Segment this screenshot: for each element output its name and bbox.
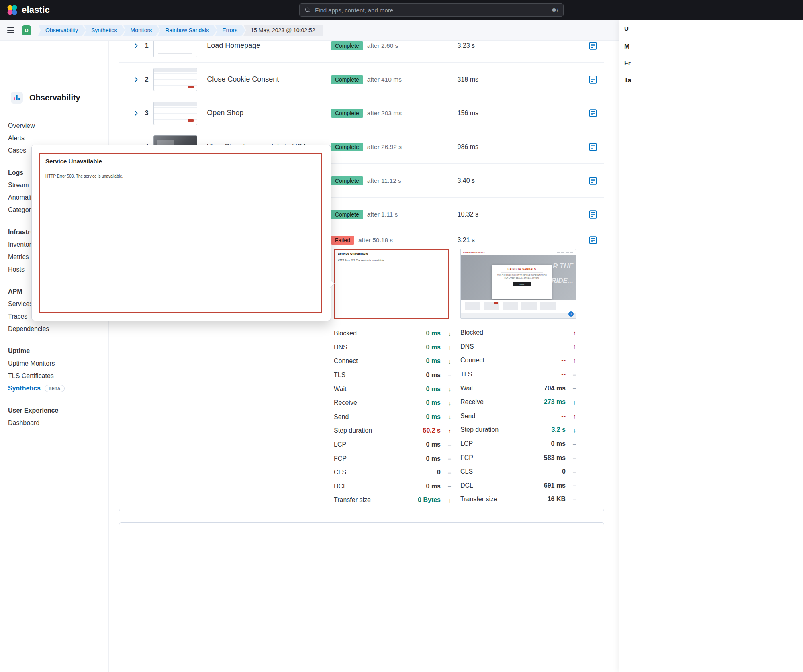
metric-label: Transfer size (460, 496, 497, 503)
elastic-logo[interactable]: elastic (6, 4, 50, 16)
step-thumbnail[interactable] (153, 68, 201, 91)
metric-value: -- (561, 343, 566, 350)
metric-value: 0 ms (426, 372, 441, 379)
breadcrumb-item[interactable]: Observability (38, 25, 86, 36)
metric-label: TLS (460, 371, 472, 378)
sidebar-item-label: Cases (8, 144, 26, 157)
site-product-strip (461, 300, 576, 313)
metric-row: CLS 0 (334, 466, 451, 480)
metric-trend-icon (441, 441, 451, 448)
metric-row: CLS 0 (460, 465, 576, 479)
step-duration: 986 ms (458, 143, 589, 151)
step-screenshot-icon[interactable] (588, 41, 597, 50)
metric-row: DNS -- (460, 340, 576, 354)
expand-chevron-icon[interactable] (133, 76, 145, 83)
status-badge: Failed (331, 236, 354, 245)
sidebar-item[interactable]: Overview (0, 119, 108, 132)
popover-title: Service Unavailable (45, 158, 315, 165)
site-product-card (521, 302, 537, 310)
breadcrumb-item[interactable]: Rainbow Sandals (158, 25, 217, 36)
step-screenshot-icon[interactable] (588, 210, 597, 219)
metric-trend-icon (441, 413, 451, 420)
sidebar-item[interactable]: Dashboard (0, 417, 108, 429)
sidebar-item[interactable]: Alerts (0, 132, 108, 144)
step-thumbnail-image (153, 68, 197, 91)
sidebar-item-label: Dashboard (8, 417, 39, 429)
metric-label: Connect (334, 357, 358, 365)
step-thumbnail-image (153, 102, 197, 125)
menu-icon[interactable] (7, 27, 14, 33)
site-footer (461, 313, 576, 318)
search-input[interactable] (314, 6, 548, 14)
sidebar-item[interactable]: Uptime (0, 345, 108, 357)
step-status-group: Complete after 11.12 s (331, 176, 458, 185)
breadcrumb-item[interactable]: Synthetics (84, 25, 125, 36)
site-newsletter-modal: RAINBOW SANDALS JOIN OUR EMAILING LIST T… (492, 265, 552, 299)
metric-label: Send (334, 413, 349, 421)
step-screenshot-icon[interactable] (588, 109, 597, 118)
sidebar-item[interactable]: Synthetics BETA (0, 382, 108, 394)
sidebar-item-label: Services (8, 298, 33, 310)
sidebar-item[interactable]: TLS Certificates (0, 370, 108, 382)
metric-label: Wait (460, 385, 473, 392)
metrics-column-current: Blocked 0 ms DNS 0 ms Connect 0 ms (334, 327, 451, 507)
metric-value: 0 (437, 469, 441, 476)
error-screenshot[interactable]: Service Unavailable HTTP Error 503. The … (334, 249, 449, 319)
metric-value: 3.2 s (551, 426, 566, 433)
site-modal-button: JOIN (513, 282, 531, 286)
app: elastic ⌘/ D Observability Synthetics Mo… (0, 0, 803, 672)
space-avatar[interactable]: D (22, 25, 31, 35)
flyout-truncated-label: M (624, 43, 631, 59)
sidebar-item-label: Hosts (8, 263, 25, 276)
site-product-card (465, 302, 480, 310)
site-topbar: RAINBOW SANDALS (461, 249, 576, 255)
global-search[interactable]: ⌘/ (299, 3, 564, 17)
site-screenshot[interactable]: R THE G RIDE... RAINBOW SANDALS RAINBOW … (460, 249, 576, 319)
metric-value: 0 ms (426, 483, 441, 490)
metric-label: FCP (460, 454, 473, 462)
metric-label: LCP (334, 441, 346, 448)
step-name[interactable]: Load Homepage (201, 41, 331, 50)
metric-label: Transfer size (334, 496, 371, 504)
step-screenshot-icon[interactable] (588, 176, 597, 185)
metric-label: FCP (334, 455, 347, 462)
step-screenshot-icon[interactable] (588, 75, 597, 84)
search-shortcut-hint: ⌘/ (551, 7, 558, 13)
expand-chevron-icon[interactable] (133, 110, 145, 116)
sidebar-item-label: Inventory (8, 238, 35, 251)
metric-row: Blocked 0 ms (334, 327, 451, 341)
sidebar-item[interactable]: Dependencies (0, 323, 108, 335)
step-name[interactable]: Close Cookie Consent (201, 75, 331, 84)
metric-row: LCP 0 ms (334, 438, 451, 452)
site-brand-logo: RAINBOW SANDALS (463, 251, 485, 254)
sidebar-item[interactable]: User Experience (0, 404, 108, 417)
expand-chevron-icon[interactable] (133, 43, 145, 49)
metric-trend-icon (566, 371, 576, 378)
metric-trend-icon (441, 400, 451, 406)
step-duration: 3.21 s (457, 237, 588, 244)
step-screenshot-icon[interactable] (588, 143, 597, 151)
status-badge: Complete (331, 176, 363, 185)
popover-message: HTTP Error 503. The service is unavailab… (45, 174, 315, 178)
breadcrumb: Observability Synthetics Monitors Rainbo… (40, 25, 323, 36)
breadcrumb-item[interactable]: Errors (215, 25, 245, 36)
breadcrumb-item[interactable]: Monitors (123, 25, 160, 36)
step-thumbnail[interactable] (153, 102, 201, 125)
metric-trend-icon (441, 344, 451, 351)
step-name[interactable]: Open Shop (201, 109, 331, 117)
sidebar-item-label: Traces (8, 310, 27, 323)
search-icon (304, 7, 311, 13)
step-status-group: Complete after 410 ms (331, 75, 458, 84)
site-product-card (484, 302, 499, 310)
status-badge: Complete (331, 143, 363, 151)
metric-trend-icon (566, 441, 576, 447)
breadcrumb-item[interactable]: 15 May, 2023 @ 10:02:52 (243, 25, 323, 36)
step-screenshot-icon[interactable] (588, 236, 597, 245)
metric-label: CLS (460, 468, 473, 475)
sidebar-item[interactable]: Uptime Monitors (0, 357, 108, 370)
metric-label: Blocked (334, 330, 357, 337)
metric-row: Send -- (460, 409, 576, 423)
sidebar-title: Observability (29, 93, 80, 102)
step-duration: 156 ms (458, 110, 589, 117)
failed-step-status-group: Failed after 50.18 s (331, 236, 458, 245)
